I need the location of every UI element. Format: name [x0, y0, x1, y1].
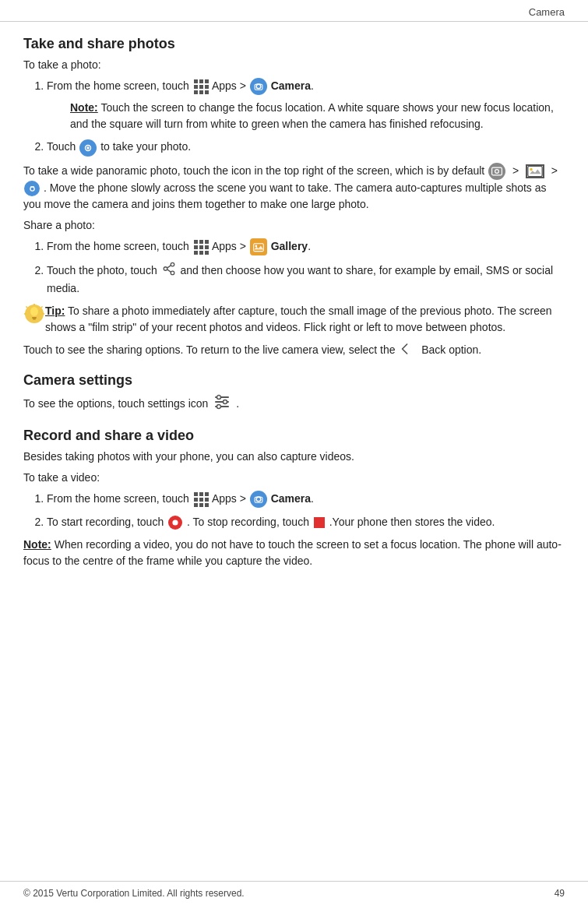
svg-rect-26 — [194, 251, 198, 255]
svg-rect-23 — [194, 245, 198, 249]
svg-rect-1 — [199, 79, 203, 83]
svg-point-37 — [30, 307, 38, 316]
video-step2-pre: To start recording, touch — [47, 516, 167, 528]
svg-rect-57 — [194, 503, 198, 507]
svg-point-60 — [256, 497, 261, 502]
tip-block: Tip: To share a photo immediately after … — [23, 303, 565, 336]
note-label-video: Note: — [23, 538, 51, 551]
svg-point-49 — [224, 400, 227, 403]
video-step1-pre: From the home screen, touch — [47, 492, 192, 505]
svg-line-34 — [167, 266, 171, 268]
tip-label: Tip: — [45, 305, 65, 317]
svg-point-33 — [171, 272, 174, 276]
share-step1-gallery: Gallery. — [271, 240, 311, 252]
take-photo-intro: To take a photo: — [23, 57, 565, 73]
tip-lightbulb-icon — [23, 303, 45, 325]
svg-point-13 — [87, 146, 90, 150]
svg-rect-4 — [199, 85, 203, 89]
svg-rect-2 — [205, 79, 209, 83]
note-label-1: Note: — [70, 101, 98, 114]
back-option-text: Touch to see the sharing options. To ret… — [23, 342, 565, 359]
svg-point-18 — [30, 187, 33, 191]
svg-point-48 — [217, 395, 221, 399]
take-photo-step-2: Touch to take your photo. — [47, 139, 565, 156]
record-video-section: Record and share a video Besides taking … — [23, 428, 565, 569]
svg-rect-20 — [194, 240, 198, 244]
svg-rect-59 — [205, 503, 209, 507]
share-step-1: From the home screen, touch Apps > — [47, 238, 565, 255]
video-take-intro: To take a video: — [23, 470, 565, 486]
svg-rect-7 — [199, 90, 203, 94]
camera-shutter-icon — [79, 139, 97, 157]
step1-note-text: Touch the screen to change the focus loc… — [70, 101, 554, 130]
camera-settings-text: To see the options, touch settings icon … — [23, 393, 565, 415]
share-step2-pre: Touch the photo, touch — [47, 264, 160, 276]
svg-point-50 — [217, 404, 221, 408]
step1-text: From the home screen, touch — [47, 79, 192, 92]
video-note-text: When recording a video, you do not have … — [23, 538, 562, 567]
svg-point-17 — [530, 168, 532, 171]
svg-point-15 — [495, 169, 499, 173]
video-note: Note: When recording a video, you do not… — [23, 537, 565, 569]
main-content: Take and share photos To take a photo: F… — [0, 22, 588, 590]
svg-rect-51 — [194, 492, 198, 496]
svg-point-30 — [255, 245, 257, 248]
gallery-icon — [250, 238, 267, 255]
svg-point-9 — [256, 84, 261, 89]
footer-copyright: © 2015 Vertu Corporation Limited. All ri… — [23, 888, 245, 899]
svg-rect-21 — [199, 240, 203, 244]
header-title: Camera — [529, 6, 565, 18]
panoramic-text: To take a wide panoramic photo, touch th… — [23, 163, 565, 213]
svg-rect-54 — [194, 498, 198, 502]
svg-rect-52 — [199, 492, 203, 496]
svg-rect-5 — [205, 85, 209, 89]
tip-content: To share a photo immediately after captu… — [45, 305, 552, 333]
step1-apps-label: Apps > — [212, 79, 249, 92]
video-step-1: From the home screen, touch Apps — [47, 491, 565, 508]
svg-line-41 — [26, 307, 28, 308]
video-steps: From the home screen, touch Apps — [47, 491, 565, 530]
panoramic-mode-icon — [488, 163, 505, 180]
svg-rect-38 — [32, 317, 37, 319]
video-step1-apps: Apps > — [212, 492, 249, 505]
apps-grid-icon-3 — [193, 491, 209, 507]
take-photo-steps: From the home screen, touch Apps > — [47, 78, 565, 157]
camera-settings-section: Camera settings To see the options, touc… — [23, 372, 565, 415]
panoramic-camera-icon — [24, 181, 40, 196]
svg-line-35 — [167, 269, 171, 272]
footer-page-number: 49 — [555, 888, 565, 899]
video-step-2: To start recording, touch . To stop reco… — [47, 514, 565, 530]
share-step-2: Touch the photo, touch and then choose h… — [47, 262, 565, 297]
share-intro: Share a photo: — [23, 217, 565, 234]
share-steps: From the home screen, touch Apps > — [47, 238, 565, 297]
svg-rect-29 — [253, 244, 263, 252]
camera-circle-icon — [250, 78, 267, 95]
step1-note: Note: Touch the screen to change the foc… — [70, 100, 565, 132]
settings-icon — [213, 393, 231, 415]
svg-rect-3 — [194, 85, 198, 89]
svg-point-63 — [173, 520, 178, 526]
svg-rect-22 — [205, 240, 209, 244]
camera-circle-icon-2 — [250, 491, 267, 508]
share-step1-pre: From the home screen, touch — [47, 240, 192, 252]
tip-text: Tip: To share a photo immediately after … — [45, 303, 565, 336]
back-chevron-icon — [400, 343, 410, 360]
video-step1-camera: Camera. — [271, 492, 314, 505]
step1-camera-label: Camera. — [271, 79, 314, 92]
svg-rect-28 — [205, 251, 209, 255]
svg-rect-19 — [30, 186, 33, 187]
section-heading-record-video: Record and share a video — [23, 428, 565, 444]
svg-rect-14 — [492, 167, 502, 175]
apps-grid-icon-2 — [193, 239, 209, 255]
step2-text-post: to take your photo. — [100, 140, 191, 153]
record-video-intro: Besides taking photos with your phone, y… — [23, 449, 565, 465]
svg-rect-27 — [199, 251, 203, 255]
page-footer: © 2015 Vertu Corporation Limited. All ri… — [0, 881, 588, 905]
record-button-icon — [168, 516, 182, 530]
svg-rect-25 — [205, 245, 209, 249]
svg-rect-55 — [199, 498, 203, 502]
apps-grid-icon — [193, 79, 209, 94]
svg-rect-24 — [199, 245, 203, 249]
step2-text-pre: Touch — [47, 140, 79, 153]
video-step2-post: .Your phone then stores the video. — [329, 516, 495, 528]
